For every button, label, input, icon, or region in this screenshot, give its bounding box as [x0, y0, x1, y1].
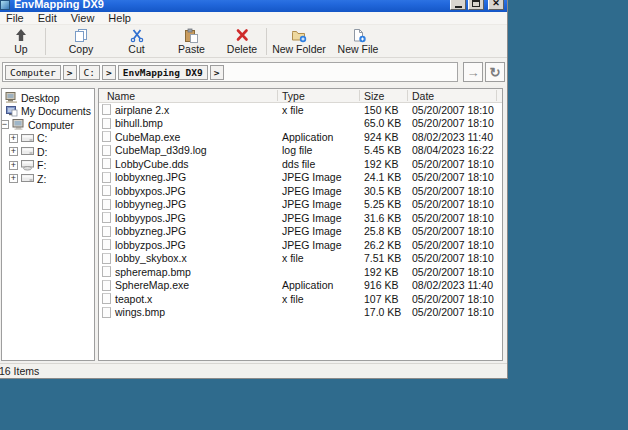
- drive-icon: [21, 146, 35, 157]
- up-button[interactable]: Up: [0, 25, 44, 57]
- maximize-button[interactable]: [468, 0, 484, 10]
- file-icon: [102, 145, 111, 156]
- file-row[interactable]: spheremap.bmp 192 KB 05/20/2007 18:10: [99, 265, 502, 279]
- tree-item-label: My Documents: [21, 105, 91, 117]
- file-name: lobbyyneg.JPG: [115, 198, 186, 210]
- new-file-button[interactable]: New File: [330, 25, 386, 57]
- menu-item-edit[interactable]: Edit: [31, 12, 64, 25]
- expand-expander-icon[interactable]: +: [9, 134, 18, 143]
- file-row[interactable]: teapot.x x file 107 KB 05/20/2007 18:10: [99, 292, 502, 306]
- list-body: airplane 2.x x file 150 KB 05/20/2007 18…: [99, 103, 502, 319]
- cut-button[interactable]: Cut: [109, 25, 164, 57]
- file-name: CubeMap.exe: [115, 131, 180, 143]
- paste-button[interactable]: Paste: [164, 25, 219, 57]
- file-icon: [102, 199, 111, 210]
- file-row[interactable]: airplane 2.x x file 150 KB 05/20/2007 18…: [99, 103, 502, 117]
- expand-expander-icon[interactable]: +: [9, 147, 18, 156]
- file-name: CubeMap_d3d9.log: [115, 144, 207, 156]
- go-button[interactable]: →: [463, 62, 483, 82]
- refresh-button[interactable]: ↻: [485, 62, 505, 82]
- column-separator[interactable]: [359, 90, 360, 101]
- column-header-type[interactable]: Type: [277, 90, 359, 102]
- file-date: 08/02/2023 11:40: [407, 279, 502, 291]
- file-date: 08/02/2023 11:40: [407, 131, 502, 143]
- file-type: JPEG Image: [277, 225, 359, 237]
- file-size: 25.8 KB: [359, 225, 407, 237]
- file-size: 30.5 KB: [359, 185, 407, 197]
- file-icon: [102, 307, 111, 318]
- column-separator[interactable]: [496, 90, 497, 101]
- menu-item-file[interactable]: File: [0, 12, 31, 25]
- tree-item-my-documents[interactable]: My Documents: [2, 105, 94, 119]
- file-row[interactable]: lobbyxneg.JPG JPEG Image 24.1 KB 05/20/2…: [99, 171, 502, 185]
- file-row[interactable]: wings.bmp 17.0 KB 05/20/2007 18:10: [99, 306, 502, 320]
- file-date: 05/20/2007 18:10: [407, 185, 502, 197]
- tree-item-desktop[interactable]: Desktop: [2, 91, 94, 105]
- file-name: teapot.x: [115, 293, 152, 305]
- column-separator[interactable]: [407, 90, 408, 101]
- file-row[interactable]: lobbyypos.JPG JPEG Image 31.6 KB 05/20/2…: [99, 211, 502, 225]
- file-size: 5.25 KB: [359, 198, 407, 210]
- file-list-pane: Name Type Size Date airplane 2.x x file …: [98, 88, 503, 361]
- delete-button[interactable]: Delete: [219, 25, 265, 57]
- breadcrumb-segment-envmapping[interactable]: EnvMapping DX9: [118, 65, 208, 80]
- file-row[interactable]: CubeMap_d3d9.log log file 5.45 KB 08/04/…: [99, 144, 502, 158]
- app-icon: [0, 0, 10, 10]
- file-icon: [102, 131, 111, 142]
- drive-icon: [21, 133, 35, 144]
- file-row[interactable]: LobbyCube.dds dds file 192 KB 05/20/2007…: [99, 157, 502, 171]
- file-name: bihull.bmp: [115, 117, 163, 129]
- chevron-icon[interactable]: >: [210, 65, 224, 80]
- column-header-date[interactable]: Date: [407, 90, 502, 102]
- minimize-button[interactable]: [450, 0, 466, 10]
- file-type: Application: [277, 279, 359, 291]
- menu-bar: File Edit View Help: [0, 12, 507, 25]
- file-type: JPEG Image: [277, 239, 359, 251]
- expand-expander-icon[interactable]: +: [9, 174, 18, 183]
- collapse-expander-icon[interactable]: −: [1, 120, 9, 129]
- close-button[interactable]: ✕: [488, 0, 504, 10]
- chevron-icon[interactable]: >: [102, 65, 116, 80]
- file-row[interactable]: bihull.bmp 65.0 KB 05/20/2007 18:10: [99, 117, 502, 131]
- tree-item-drive-z[interactable]: + Z:: [2, 172, 94, 186]
- menu-item-help[interactable]: Help: [101, 12, 138, 25]
- file-date: 05/20/2007 18:10: [407, 225, 502, 237]
- column-separator[interactable]: [277, 90, 278, 101]
- menu-item-view[interactable]: View: [64, 12, 102, 25]
- file-name: wings.bmp: [115, 306, 165, 318]
- new-folder-button[interactable]: New Folder: [268, 25, 330, 57]
- expand-expander-icon[interactable]: +: [9, 161, 18, 170]
- file-size: 150 KB: [359, 104, 407, 116]
- tree-item-computer[interactable]: − Computer: [2, 118, 94, 132]
- file-size: 26.2 KB: [359, 239, 407, 251]
- column-header-name[interactable]: Name: [99, 90, 277, 102]
- column-header-size[interactable]: Size: [359, 90, 407, 102]
- title-bar[interactable]: EnvMapping DX9 ✕: [0, 0, 507, 12]
- cd-drive-icon: [21, 160, 35, 171]
- file-date: 05/20/2007 18:10: [407, 212, 502, 224]
- address-bar[interactable]: Computer > C: > EnvMapping DX9 >: [2, 62, 458, 82]
- file-row[interactable]: CubeMap.exe Application 924 KB 08/02/202…: [99, 130, 502, 144]
- breadcrumb-segment-c-drive[interactable]: C:: [79, 65, 100, 80]
- tree-item-label: F:: [37, 159, 46, 171]
- tree-item-drive-c[interactable]: + C:: [2, 132, 94, 146]
- file-date: 05/20/2007 18:10: [407, 104, 502, 116]
- tree-item-drive-d[interactable]: + D:: [2, 145, 94, 159]
- file-row[interactable]: lobbyyneg.JPG JPEG Image 5.25 KB 05/20/2…: [99, 198, 502, 212]
- file-row[interactable]: SphereMap.exe Application 916 KB 08/02/2…: [99, 279, 502, 293]
- tree-item-drive-f[interactable]: + F:: [2, 159, 94, 173]
- file-row[interactable]: lobby_skybox.x x file 7.51 KB 05/20/2007…: [99, 252, 502, 266]
- file-row[interactable]: lobbyzpos.JPG JPEG Image 26.2 KB 05/20/2…: [99, 238, 502, 252]
- new-folder-icon: [291, 27, 307, 43]
- file-size: 17.0 KB: [359, 306, 407, 318]
- file-row[interactable]: lobbyxpos.JPG JPEG Image 30.5 KB 05/20/2…: [99, 184, 502, 198]
- file-icon: [102, 293, 111, 304]
- close-icon: ✕: [492, 0, 500, 8]
- breadcrumb-segment-computer[interactable]: Computer: [5, 65, 61, 80]
- file-icon: [102, 266, 111, 277]
- file-row[interactable]: lobbyzneg.JPG JPEG Image 25.8 KB 05/20/2…: [99, 225, 502, 239]
- copy-button[interactable]: Copy: [53, 25, 109, 57]
- tree-item-label: Desktop: [21, 92, 60, 104]
- file-size: 7.51 KB: [359, 252, 407, 264]
- chevron-icon[interactable]: >: [63, 65, 77, 80]
